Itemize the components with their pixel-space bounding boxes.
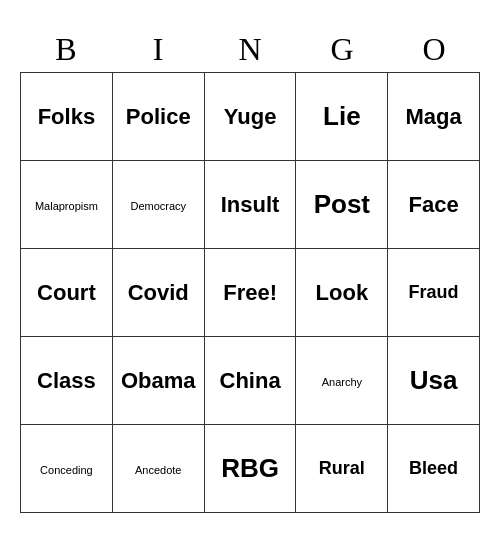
cell-text: Conceding [40,464,93,476]
cell-text: Court [37,280,96,305]
table-row: ConcedingAncedoteRBGRuralBleed [21,425,480,513]
cell-text: Face [409,192,459,217]
header-letter-i: I [112,31,204,68]
cell-text: Folks [38,104,95,129]
bingo-cell-r0-c0: Folks [21,73,113,161]
bingo-cell-r2-c0: Court [21,249,113,337]
bingo-cell-r3-c1: Obama [112,337,204,425]
header-letter-o: O [388,31,480,68]
bingo-cell-r3-c4: Usa [388,337,480,425]
cell-text: Obama [121,368,196,393]
bingo-cell-r1-c3: Post [296,161,388,249]
bingo-cell-r2-c4: Fraud [388,249,480,337]
cell-text: Fraud [409,282,459,302]
header-letter-n: N [204,31,296,68]
bingo-cell-r2-c2: Free! [204,249,296,337]
cell-text: Police [126,104,191,129]
bingo-cell-r4-c1: Ancedote [112,425,204,513]
bingo-cell-r2-c3: Look [296,249,388,337]
bingo-grid: FolksPoliceYugeLieMagaMalapropismDemocra… [20,72,480,513]
bingo-cell-r0-c2: Yuge [204,73,296,161]
cell-text: Democracy [130,200,186,212]
bingo-cell-r2-c1: Covid [112,249,204,337]
cell-text: Yuge [224,104,277,129]
table-row: ClassObamaChinaAnarchyUsa [21,337,480,425]
bingo-cell-r4-c4: Bleed [388,425,480,513]
bingo-card: BINGO FolksPoliceYugeLieMagaMalapropismD… [20,31,480,513]
bingo-cell-r0-c1: Police [112,73,204,161]
cell-text: Malapropism [35,200,98,212]
bingo-cell-r0-c4: Maga [388,73,480,161]
cell-text: Anarchy [322,376,362,388]
bingo-cell-r0-c3: Lie [296,73,388,161]
cell-text: Rural [319,458,365,478]
bingo-cell-r4-c2: RBG [204,425,296,513]
cell-text: Post [314,189,370,219]
bingo-header: BINGO [20,31,480,68]
bingo-cell-r3-c2: China [204,337,296,425]
cell-text: Bleed [409,458,458,478]
bingo-cell-r3-c3: Anarchy [296,337,388,425]
bingo-cell-r3-c0: Class [21,337,113,425]
cell-text: Maga [405,104,461,129]
cell-text: Insult [221,192,280,217]
header-letter-b: B [20,31,112,68]
bingo-cell-r1-c1: Democracy [112,161,204,249]
table-row: MalapropismDemocracyInsultPostFace [21,161,480,249]
bingo-cell-r1-c0: Malapropism [21,161,113,249]
header-letter-g: G [296,31,388,68]
cell-text: Covid [128,280,189,305]
cell-text: Look [316,280,369,305]
table-row: CourtCovidFree!LookFraud [21,249,480,337]
cell-text: Usa [410,365,458,395]
cell-text: China [220,368,281,393]
bingo-cell-r1-c4: Face [388,161,480,249]
cell-text: Free! [223,280,277,305]
bingo-cell-r4-c3: Rural [296,425,388,513]
cell-text: Ancedote [135,464,181,476]
table-row: FolksPoliceYugeLieMaga [21,73,480,161]
cell-text: Class [37,368,96,393]
bingo-cell-r4-c0: Conceding [21,425,113,513]
cell-text: Lie [323,101,361,131]
cell-text: RBG [221,453,279,483]
bingo-cell-r1-c2: Insult [204,161,296,249]
